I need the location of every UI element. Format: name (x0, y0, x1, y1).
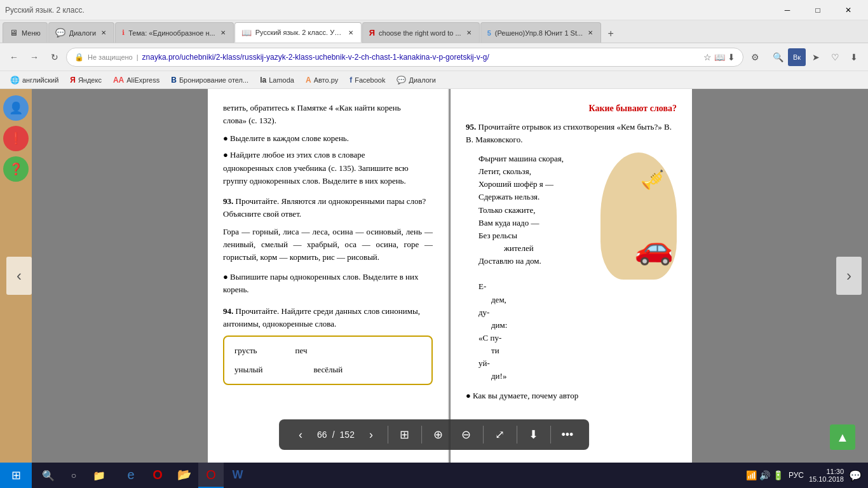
bookmark-yandex[interactable]: Я Яндекс (65, 73, 107, 87)
tab-menu[interactable]: 🖥 Меню (3, 22, 48, 43)
search-icon[interactable]: 🔍 (769, 48, 787, 66)
pdf-next-button[interactable]: › (360, 423, 383, 446)
ex95-text: Прочитайте отрывок из стихотворения «Кем… (466, 122, 672, 144)
ex94-text: Прочитайте. Найдите среди данных слов си… (223, 306, 420, 329)
bookmark-label-avto: Авто.ру (314, 76, 339, 84)
taskbar-explorer-button[interactable]: 📁 (88, 464, 111, 487)
pdf-fullscreen-button[interactable]: ⤢ (489, 423, 512, 446)
pdf-more-button[interactable]: ••• (556, 423, 579, 446)
battery-icon[interactable]: 🔋 (773, 470, 783, 480)
address-bar[interactable]: 🔒 Не защищено | znayka.pro/uchebniki/2-k… (66, 48, 743, 67)
save-icon[interactable]: ⬇ (728, 52, 735, 62)
taskbar-app-edge[interactable]: e (118, 463, 144, 488)
bookmark-icon-yandex: Я (70, 76, 76, 85)
bookmark-star-icon[interactable]: ☆ (703, 52, 712, 62)
tab-title-resheno: (Решено)Упр.8 Юнит 1 St... (495, 29, 583, 37)
vk-icon[interactable]: Вк (788, 48, 806, 66)
forward2-icon[interactable]: ➤ (807, 48, 825, 66)
tab-close-russkiy[interactable]: ✕ (347, 28, 355, 37)
tab-tema[interactable]: ℹ Тема: «Единообразное н... ✕ (115, 22, 233, 43)
poem-line-16: уй- (478, 357, 677, 370)
bookmarks-bar: 🌐 английский Я Яндекс АА AliExpress В Бр… (0, 71, 868, 89)
tab-close-resheno[interactable]: ✕ (587, 28, 594, 37)
taskbar-app-opera[interactable]: O (198, 463, 224, 488)
taskbar-app-ie[interactable]: О (145, 463, 170, 488)
bookmark-facebook[interactable]: f Facebook (344, 73, 390, 87)
word-row1: грусть печ (234, 344, 421, 357)
taskbar-app-files[interactable]: 📂 (172, 463, 197, 488)
book-container: ‹ ветить, обратитесь к Памятке 4 «Как на… (32, 89, 868, 463)
network-icon[interactable]: 📶 (746, 470, 757, 480)
taskbar-app-word[interactable]: W (225, 463, 250, 488)
system-tray: 📶 🔊 🔋 (746, 470, 783, 480)
bookmark-avto[interactable]: А Авто.ру (301, 73, 343, 87)
read-mode-icon[interactable]: 📖 (714, 52, 725, 62)
side-icon-help[interactable]: ❓ (3, 156, 29, 182)
cortana-icon: ○ (71, 470, 76, 480)
start-button[interactable]: ⊞ (0, 463, 32, 488)
bookmark-angliyskiy[interactable]: 🌐 английский (5, 73, 64, 87)
poem-line-15: ти (491, 344, 677, 357)
pdf-total-pages: 152 (340, 430, 355, 440)
tab-choose[interactable]: Я choose the right word to ... ✕ (362, 22, 480, 43)
person-emoji: 🎺 (641, 165, 664, 195)
explorer-icon: 📁 (93, 470, 105, 482)
side-icon-user[interactable]: 👤 (3, 95, 29, 121)
tab-favicon-dialogi: 💬 (55, 28, 65, 37)
taskbar-clock[interactable]: 11:30 15.10.2018 (809, 468, 844, 483)
titlebar: Русский язык. 2 класс. ─ □ ✕ (0, 0, 868, 20)
bookmark-aliexpress[interactable]: АА AliExpress (108, 73, 165, 87)
pdf-zoomout-button[interactable]: ⊖ (455, 423, 478, 446)
extensions-button[interactable]: ⚙ (746, 48, 764, 66)
window-controls: ─ □ ✕ (773, 1, 863, 20)
bookmark-label-facebook: Facebook (355, 76, 385, 84)
forward-button[interactable]: → (25, 48, 43, 66)
pdf-page-info: 66 / 152 (317, 430, 355, 440)
bookmark-label-lamoda: Lamoda (269, 76, 294, 84)
new-tab-button[interactable]: + (602, 25, 620, 43)
taskbar-search-button[interactable]: 🔍 (37, 464, 60, 487)
bookmark-lamoda[interactable]: lа Lamoda (255, 73, 299, 87)
tab-favicon-tema: ℹ (122, 29, 125, 37)
tabs-bar: 🖥 Меню 💬 Диалоги ✕ ℹ Тема: «Единообразно… (0, 20, 868, 43)
next-page-arrow[interactable]: › (836, 257, 862, 295)
word-row2: унылый весёлый (234, 363, 421, 376)
toolbar-divider4 (517, 426, 517, 444)
pdf-download-button[interactable]: ⬇ (522, 423, 545, 446)
favorites-icon[interactable]: ♡ (826, 48, 844, 66)
pdf-toolbar: ‹ 66 / 152 › ⊞ ⊕ ⊖ ⤢ ⬇ ••• (279, 419, 589, 450)
tab-title: Меню (22, 29, 41, 37)
prev-page-arrow[interactable]: ‹ (6, 257, 32, 295)
side-icon-alert[interactable]: ❗ (3, 126, 29, 151)
scroll-to-top-button[interactable]: ▲ (830, 424, 855, 450)
window-title: Русский язык. 2 класс. (5, 6, 85, 15)
main-content: 👤 ❗ ❓ ‹ ветить, обратитесь к Памятке 4 «… (0, 89, 868, 463)
tab-russkiy[interactable]: 📖 Русский язык. 2 класс. Уч... ✕ (234, 22, 362, 43)
pdf-prev-button[interactable]: ‹ (289, 423, 312, 446)
pdf-zoomin-button[interactable]: ⊕ (427, 423, 450, 446)
refresh-button[interactable]: ↻ (46, 48, 64, 66)
bookmark-booking[interactable]: В Бронирование отел... (166, 73, 254, 87)
tab-title-dialogi: Диалоги (69, 29, 97, 37)
car-emoji: 🚗 (634, 224, 674, 273)
taskbar-cortana-button[interactable]: ○ (62, 464, 85, 487)
maximize-button[interactable]: □ (803, 1, 832, 20)
back-button[interactable]: ← (5, 48, 23, 66)
tab-resheno[interactable]: 5 (Решено)Упр.8 Юнит 1 St... ✕ (480, 22, 602, 43)
pdf-grid-button[interactable]: ⊞ (393, 423, 416, 446)
keyboard-lang[interactable]: РУС (789, 471, 804, 480)
tab-close-tema[interactable]: ✕ (219, 28, 227, 37)
bookmark-dialogi[interactable]: 💬 Диалоги (391, 73, 441, 87)
tab-close-dialogi[interactable]: ✕ (100, 28, 107, 37)
close-button[interactable]: ✕ (834, 1, 863, 20)
tab-dialogi[interactable]: 💬 Диалоги ✕ (48, 22, 115, 43)
notification-icon[interactable]: 💬 (849, 470, 862, 482)
opera-icon: O (206, 468, 216, 482)
volume-icon[interactable]: 🔊 (759, 470, 770, 480)
download-icon[interactable]: ⬇ (845, 48, 863, 66)
taskbar-quick-launch: 🔍 ○ 📁 (32, 464, 116, 487)
minimize-button[interactable]: ─ (773, 1, 802, 20)
time-display: 11:30 (809, 468, 844, 475)
tab-close-choose[interactable]: ✕ (465, 28, 473, 37)
search-icon: 🔍 (42, 470, 55, 482)
